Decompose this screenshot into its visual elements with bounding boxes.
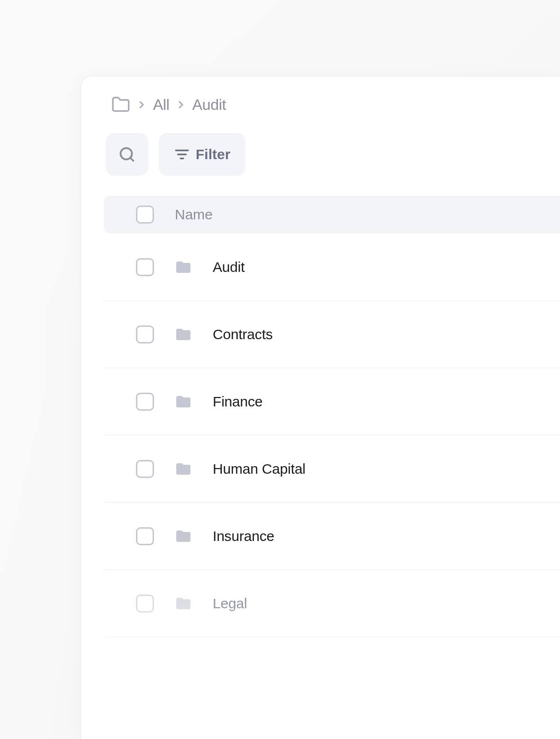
toolbar: Filter bbox=[81, 133, 560, 176]
folder-icon bbox=[175, 259, 192, 276]
table-row[interactable]: Audit bbox=[104, 234, 560, 301]
table-row[interactable]: Legal bbox=[104, 570, 560, 637]
folder-name: Insurance bbox=[213, 528, 274, 544]
search-button[interactable] bbox=[106, 133, 148, 176]
row-checkbox[interactable] bbox=[136, 393, 154, 411]
folder-name: Audit bbox=[213, 259, 244, 275]
table-row[interactable]: Finance bbox=[104, 368, 560, 435]
file-browser-panel: All Audit Filter Name bbox=[81, 76, 560, 739]
row-checkbox[interactable] bbox=[136, 258, 154, 276]
table-row[interactable]: Contracts bbox=[104, 301, 560, 368]
table-row[interactable]: Human Capital bbox=[104, 435, 560, 503]
filter-button[interactable]: Filter bbox=[159, 133, 245, 176]
column-header-name[interactable]: Name bbox=[175, 207, 213, 223]
folder-name: Contracts bbox=[213, 326, 273, 342]
folder-icon bbox=[175, 393, 192, 410]
breadcrumb-root[interactable]: All bbox=[153, 96, 170, 114]
search-icon bbox=[118, 146, 135, 163]
row-checkbox[interactable] bbox=[136, 460, 154, 478]
row-checkbox[interactable] bbox=[136, 595, 154, 613]
table-row[interactable]: Insurance bbox=[104, 503, 560, 570]
folder-icon bbox=[175, 326, 192, 343]
folder-name: Finance bbox=[213, 394, 262, 410]
filter-icon bbox=[174, 146, 190, 162]
chevron-right-icon bbox=[175, 99, 187, 110]
svg-line-1 bbox=[130, 158, 134, 161]
breadcrumb-current: Audit bbox=[192, 96, 226, 114]
row-checkbox[interactable] bbox=[136, 527, 154, 545]
table-header: Name bbox=[104, 196, 560, 234]
folder-icon bbox=[175, 595, 192, 612]
select-all-checkbox[interactable] bbox=[136, 206, 154, 224]
folder-icon bbox=[175, 460, 192, 478]
breadcrumb: All Audit bbox=[81, 95, 560, 114]
row-checkbox[interactable] bbox=[136, 325, 154, 343]
folder-name: Legal bbox=[213, 595, 247, 612]
filter-button-label: Filter bbox=[196, 146, 230, 162]
folder-outline-icon bbox=[111, 95, 130, 114]
folder-icon bbox=[175, 528, 192, 545]
chevron-right-icon bbox=[136, 99, 147, 110]
folder-name: Human Capital bbox=[213, 461, 306, 477]
